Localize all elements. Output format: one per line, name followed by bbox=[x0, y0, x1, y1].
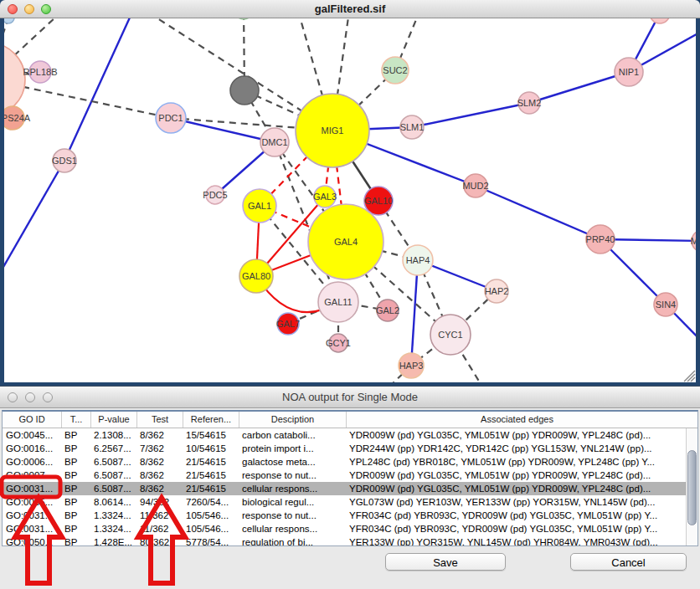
table-cell: 11/362 bbox=[136, 522, 183, 535]
node-label: GAL2 bbox=[376, 305, 399, 315]
node-label: GDS1 bbox=[52, 156, 77, 166]
network-node-topPink2[interactable] bbox=[650, 18, 670, 23]
resize-grip-icon[interactable] bbox=[679, 366, 696, 382]
table-cell: 5778/54... bbox=[183, 535, 239, 545]
table-row[interactable]: GO:0065...BP8.0614...94/3627260/54...bio… bbox=[3, 495, 686, 509]
column-header[interactable]: Associated edges bbox=[346, 412, 687, 428]
column-header[interactable]: Referen... bbox=[183, 412, 239, 428]
table-cell: 7260/54... bbox=[183, 495, 239, 509]
network-edge[interactable] bbox=[64, 18, 134, 161]
table-cell: BP bbox=[61, 509, 90, 522]
column-header[interactable]: Test bbox=[136, 412, 183, 428]
network-edge[interactable] bbox=[529, 72, 629, 103]
network-edge[interactable] bbox=[476, 186, 600, 239]
table-cell: YDR009W (pd) YGL035C, YML051W (pp) YDR00… bbox=[346, 469, 686, 482]
table-cell: YGL073W (pd) YER103W, YER133W (pp) YOR31… bbox=[346, 495, 686, 509]
vertical-scrollbar[interactable] bbox=[686, 428, 697, 545]
table-row[interactable]: GO:0031...BP6.5087...8/36221/54615cellul… bbox=[3, 482, 686, 495]
table-cell: 21/54615 bbox=[183, 455, 239, 469]
table-cell: BP bbox=[61, 455, 90, 469]
table-cell: cellular respons... bbox=[239, 522, 346, 535]
noa-window-titlebar[interactable]: NOA output for Single Mode bbox=[0, 387, 700, 408]
noa-output-window: NOA output for Single Mode GO IDT...P-va… bbox=[0, 386, 700, 589]
table-cell: 10/54615 bbox=[183, 442, 239, 455]
cancel-button[interactable]: Cancel bbox=[570, 553, 687, 571]
node-label: HAP3 bbox=[399, 361, 424, 371]
table-cell: 105/546... bbox=[183, 522, 239, 535]
column-header[interactable]: GO ID bbox=[3, 412, 61, 428]
table-cell: BP bbox=[61, 482, 90, 495]
table-cell: YER133W (pp) YOR315W, YNL145W (pd) YHR08… bbox=[346, 535, 686, 545]
table-cell: biological regul... bbox=[239, 495, 346, 509]
column-header[interactable]: T... bbox=[61, 412, 90, 428]
table-row[interactable]: GO:0045...BP2.1308...8/36215/54615carbon… bbox=[3, 428, 686, 442]
table-cell: response to nut... bbox=[239, 509, 346, 522]
node-label: GAL80 bbox=[242, 271, 270, 281]
table-cell: YDR244W (pp) YDR142C, YDR142C (pp) YGL15… bbox=[346, 442, 686, 455]
network-node-tinyTL[interactable] bbox=[4, 18, 14, 23]
table-cell: GO:0006... bbox=[3, 455, 61, 469]
table-body: GO:0045...BP2.1308...8/36215/54615carbon… bbox=[3, 428, 686, 545]
table-cell: BP bbox=[61, 428, 90, 442]
table-cell: carbon cataboli... bbox=[239, 428, 346, 442]
network-edge[interactable] bbox=[411, 260, 418, 366]
save-button[interactable]: Save bbox=[385, 553, 506, 571]
table-cell: 7/362 bbox=[136, 442, 183, 455]
node-label: MIG1 bbox=[322, 125, 344, 136]
table-row[interactable]: GO:0031...BP1.3324...11/362105/546...res… bbox=[3, 509, 686, 522]
table-cell: 8/362 bbox=[136, 455, 183, 469]
network-node-topGreen[interactable] bbox=[234, 18, 253, 19]
table-cell: BP bbox=[61, 469, 90, 482]
node-label: CYC1 bbox=[438, 330, 462, 340]
node-label: SLM1 bbox=[400, 122, 425, 132]
table-cell: BP bbox=[61, 442, 90, 455]
table-cell: GO:0031... bbox=[3, 522, 61, 535]
table-header-row: GO IDT...P-valueTestReferen...Desciption… bbox=[3, 412, 697, 428]
network-window-titlebar[interactable]: galFiltered.sif bbox=[0, 0, 700, 18]
network-edge[interactable] bbox=[4, 161, 64, 284]
table-row[interactable]: GO:0016...BP6.2567...7/36210/54615protei… bbox=[3, 442, 686, 455]
table-row[interactable]: GO:0050...BP1.428E...80/3625778/54...reg… bbox=[3, 535, 686, 545]
node-label: GAL11 bbox=[324, 297, 352, 307]
node-label: DMC1 bbox=[261, 137, 287, 147]
node-label: SUC2 bbox=[383, 65, 407, 75]
table-cell: GO:0065... bbox=[3, 495, 61, 509]
node-label: MSL1 bbox=[691, 236, 696, 246]
node-label: SIN4 bbox=[656, 300, 676, 310]
table-cell: 80/362 bbox=[136, 535, 183, 545]
table-cell: 11/362 bbox=[136, 509, 183, 522]
node-label: PRP40 bbox=[586, 234, 615, 244]
table-cell: 2.1308... bbox=[90, 428, 136, 442]
table-cell: 1.428E... bbox=[90, 535, 136, 545]
table-row[interactable]: GO:0006...BP6.5087...8/36221/54615galact… bbox=[3, 455, 686, 469]
table-row[interactable]: GO:0007...BP6.5087...8/36221/54615respon… bbox=[3, 469, 686, 482]
node-label: GAL1 bbox=[248, 201, 271, 211]
table-cell: BP bbox=[61, 522, 90, 535]
table-cell: galactose meta... bbox=[239, 455, 346, 469]
column-header[interactable]: Desciption bbox=[239, 412, 346, 428]
node-label: NIP1 bbox=[619, 67, 639, 77]
table-cell: 8.0614... bbox=[90, 495, 136, 509]
network-canvas[interactable]: RPL18BRPS24AGDS1PDC1DMC1MIG1SUC2SLM1NIP1… bbox=[4, 18, 696, 382]
table-cell: 8/362 bbox=[136, 482, 183, 495]
node-label: GAL7 bbox=[276, 319, 300, 329]
node-label: RPS24A bbox=[4, 113, 31, 123]
node-label: GAL3 bbox=[313, 192, 337, 202]
table-cell: GO:0050... bbox=[3, 535, 61, 545]
network-node-darknode[interactable] bbox=[230, 76, 259, 105]
network-edge[interactable] bbox=[412, 103, 529, 127]
node-label: SLM2 bbox=[517, 98, 542, 108]
network-node-bigLeft[interactable] bbox=[4, 43, 25, 116]
table-cell: GO:0016... bbox=[3, 442, 61, 455]
table-cell: 21/54615 bbox=[183, 482, 239, 495]
node-label: PDC5 bbox=[203, 190, 227, 200]
table-cell: YPL248C (pd) YBR018C, YML051W (pp) YDR00… bbox=[346, 455, 686, 469]
table-row[interactable]: GO:0031...BP1.3324...11/362105/546...cel… bbox=[3, 522, 686, 535]
window-title: NOA output for Single Mode bbox=[0, 391, 700, 403]
column-header[interactable]: P-value bbox=[90, 412, 136, 428]
node-label: MUD2 bbox=[462, 181, 488, 191]
table-cell: GO:0045... bbox=[3, 428, 61, 442]
node-label: GCY1 bbox=[326, 338, 351, 348]
table-cell: GO:0031... bbox=[3, 509, 61, 522]
scrollbar-thumb[interactable] bbox=[687, 450, 697, 525]
